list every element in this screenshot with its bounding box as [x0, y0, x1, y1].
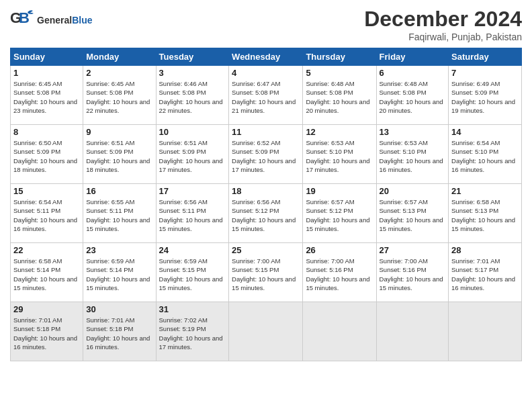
day-detail: Sunrise: 6:58 AMSunset: 5:13 PMDaylight:…: [451, 198, 515, 232]
day-number: 16: [86, 186, 152, 196]
day-number: 6: [380, 68, 446, 78]
calendar-cell: 14Sunrise: 6:54 AMSunset: 5:10 PMDayligh…: [449, 125, 522, 184]
calendar-cell: 16Sunrise: 6:55 AMSunset: 5:11 PMDayligh…: [83, 184, 156, 243]
day-number: 28: [451, 245, 519, 255]
calendar-cell: 29Sunrise: 7:01 AMSunset: 5:18 PMDayligh…: [11, 302, 83, 361]
day-detail: Sunrise: 7:01 AMSunset: 5:17 PMDaylight:…: [451, 257, 515, 291]
day-number: 15: [13, 186, 80, 196]
day-detail: Sunrise: 6:56 AMSunset: 5:11 PMDaylight:…: [159, 198, 223, 232]
day-number: 17: [159, 186, 226, 196]
day-detail: Sunrise: 7:00 AMSunset: 5:15 PMDaylight:…: [232, 257, 296, 291]
calendar-cell: 10Sunrise: 6:51 AMSunset: 5:09 PMDayligh…: [156, 125, 229, 184]
calendar-cell: 19Sunrise: 6:57 AMSunset: 5:12 PMDayligh…: [303, 184, 376, 243]
calendar-cell: 21Sunrise: 6:58 AMSunset: 5:13 PMDayligh…: [449, 184, 522, 243]
day-number: 31: [159, 304, 226, 314]
weekday-header-friday: Friday: [376, 48, 449, 66]
calendar-cell: 28Sunrise: 7:01 AMSunset: 5:17 PMDayligh…: [449, 243, 522, 302]
week-row-4: 22Sunrise: 6:58 AMSunset: 5:14 PMDayligh…: [11, 243, 522, 302]
day-detail: Sunrise: 6:56 AMSunset: 5:12 PMDaylight:…: [232, 198, 296, 232]
day-detail: Sunrise: 6:54 AMSunset: 5:11 PMDaylight:…: [13, 198, 77, 232]
logo: G B GeneralBlue: [10, 7, 92, 34]
calendar-cell: 17Sunrise: 6:56 AMSunset: 5:11 PMDayligh…: [156, 184, 229, 243]
day-detail: Sunrise: 6:55 AMSunset: 5:11 PMDaylight:…: [86, 198, 150, 232]
calendar-cell: 5Sunrise: 6:48 AMSunset: 5:08 PMDaylight…: [303, 66, 376, 125]
day-detail: Sunrise: 6:57 AMSunset: 5:13 PMDaylight:…: [380, 198, 443, 232]
weekday-header-sunday: Sunday: [11, 48, 83, 66]
weekday-header-row: SundayMondayTuesdayWednesdayThursdayFrid…: [11, 48, 522, 66]
day-number: 18: [232, 186, 300, 196]
calendar-cell: 6Sunrise: 6:48 AMSunset: 5:08 PMDaylight…: [376, 66, 449, 125]
calendar-cell: 18Sunrise: 6:56 AMSunset: 5:12 PMDayligh…: [229, 184, 303, 243]
day-number: 30: [86, 304, 152, 314]
calendar-cell: 1Sunrise: 6:45 AMSunset: 5:08 PMDaylight…: [11, 66, 83, 125]
calendar-cell: 22Sunrise: 6:58 AMSunset: 5:14 PMDayligh…: [11, 243, 83, 302]
day-number: 10: [159, 127, 226, 137]
calendar-cell: 30Sunrise: 7:01 AMSunset: 5:18 PMDayligh…: [83, 302, 156, 361]
calendar-cell: 11Sunrise: 6:52 AMSunset: 5:09 PMDayligh…: [229, 125, 303, 184]
calendar-cell: 3Sunrise: 6:46 AMSunset: 5:08 PMDaylight…: [156, 66, 229, 125]
week-row-1: 1Sunrise: 6:45 AMSunset: 5:08 PMDaylight…: [11, 66, 522, 125]
day-number: 22: [13, 245, 80, 255]
calendar-cell: 27Sunrise: 7:00 AMSunset: 5:16 PMDayligh…: [376, 243, 449, 302]
month-year: December 2024: [364, 7, 522, 32]
day-detail: Sunrise: 6:54 AMSunset: 5:10 PMDaylight:…: [451, 139, 515, 173]
week-row-2: 8Sunrise: 6:50 AMSunset: 5:09 PMDaylight…: [11, 125, 522, 184]
calendar-cell: 25Sunrise: 7:00 AMSunset: 5:15 PMDayligh…: [229, 243, 303, 302]
day-detail: Sunrise: 7:00 AMSunset: 5:16 PMDaylight:…: [380, 257, 443, 291]
day-detail: Sunrise: 6:45 AMSunset: 5:08 PMDaylight:…: [86, 80, 150, 114]
weekday-header-tuesday: Tuesday: [156, 48, 229, 66]
day-detail: Sunrise: 6:48 AMSunset: 5:08 PMDaylight:…: [306, 80, 369, 114]
day-number: 4: [232, 68, 300, 78]
day-number: 24: [159, 245, 226, 255]
day-detail: Sunrise: 6:59 AMSunset: 5:14 PMDaylight:…: [86, 257, 150, 291]
day-detail: Sunrise: 6:49 AMSunset: 5:09 PMDaylight:…: [451, 80, 515, 114]
calendar-cell: 26Sunrise: 7:00 AMSunset: 5:16 PMDayligh…: [303, 243, 376, 302]
calendar-cell: 20Sunrise: 6:57 AMSunset: 5:13 PMDayligh…: [376, 184, 449, 243]
main-container: G B GeneralBlue December 2024 Faqirwali,…: [0, 0, 532, 368]
day-detail: Sunrise: 6:46 AMSunset: 5:08 PMDaylight:…: [159, 80, 223, 114]
week-row-5: 29Sunrise: 7:01 AMSunset: 5:18 PMDayligh…: [11, 302, 522, 361]
weekday-header-saturday: Saturday: [449, 48, 522, 66]
day-number: 19: [306, 186, 373, 196]
weekday-header-monday: Monday: [83, 48, 156, 66]
calendar-cell: [376, 302, 449, 361]
day-number: 5: [306, 68, 373, 78]
day-number: 1: [13, 68, 80, 78]
calendar-cell: [229, 302, 303, 361]
day-detail: Sunrise: 7:00 AMSunset: 5:16 PMDaylight:…: [306, 257, 369, 291]
calendar-cell: 8Sunrise: 6:50 AMSunset: 5:09 PMDaylight…: [11, 125, 83, 184]
day-number: 11: [232, 127, 300, 137]
calendar-cell: 23Sunrise: 6:59 AMSunset: 5:14 PMDayligh…: [83, 243, 156, 302]
day-number: 20: [380, 186, 446, 196]
day-detail: Sunrise: 6:47 AMSunset: 5:08 PMDaylight:…: [232, 80, 296, 114]
day-detail: Sunrise: 6:53 AMSunset: 5:10 PMDaylight:…: [380, 139, 443, 173]
weekday-header-wednesday: Wednesday: [229, 48, 303, 66]
day-number: 29: [13, 304, 80, 314]
calendar-cell: 13Sunrise: 6:53 AMSunset: 5:10 PMDayligh…: [376, 125, 449, 184]
day-number: 2: [86, 68, 152, 78]
weekday-header-thursday: Thursday: [303, 48, 376, 66]
day-number: 3: [159, 68, 226, 78]
calendar-cell: [303, 302, 376, 361]
day-number: 14: [451, 127, 519, 137]
day-number: 7: [451, 68, 519, 78]
day-detail: Sunrise: 6:50 AMSunset: 5:09 PMDaylight:…: [13, 139, 77, 173]
day-number: 12: [306, 127, 373, 137]
day-detail: Sunrise: 6:48 AMSunset: 5:08 PMDaylight:…: [380, 80, 443, 114]
week-row-3: 15Sunrise: 6:54 AMSunset: 5:11 PMDayligh…: [11, 184, 522, 243]
calendar-cell: 31Sunrise: 7:02 AMSunset: 5:19 PMDayligh…: [156, 302, 229, 361]
day-detail: Sunrise: 7:02 AMSunset: 5:19 PMDaylight:…: [159, 316, 223, 351]
title-block: December 2024 Faqirwali, Punjab, Pakista…: [364, 7, 522, 42]
day-detail: Sunrise: 6:57 AMSunset: 5:12 PMDaylight:…: [306, 198, 369, 232]
day-number: 8: [13, 127, 80, 137]
day-number: 26: [306, 245, 373, 255]
day-detail: Sunrise: 6:58 AMSunset: 5:14 PMDaylight:…: [13, 257, 77, 291]
day-detail: Sunrise: 6:51 AMSunset: 5:09 PMDaylight:…: [86, 139, 150, 173]
day-number: 21: [451, 186, 519, 196]
calendar-cell: 2Sunrise: 6:45 AMSunset: 5:08 PMDaylight…: [83, 66, 156, 125]
calendar-table: SundayMondayTuesdayWednesdayThursdayFrid…: [10, 48, 522, 361]
calendar-cell: 7Sunrise: 6:49 AMSunset: 5:09 PMDaylight…: [449, 66, 522, 125]
day-detail: Sunrise: 7:01 AMSunset: 5:18 PMDaylight:…: [13, 316, 77, 351]
location: Faqirwali, Punjab, Pakistan: [364, 32, 522, 42]
day-detail: Sunrise: 6:52 AMSunset: 5:09 PMDaylight:…: [232, 139, 296, 173]
